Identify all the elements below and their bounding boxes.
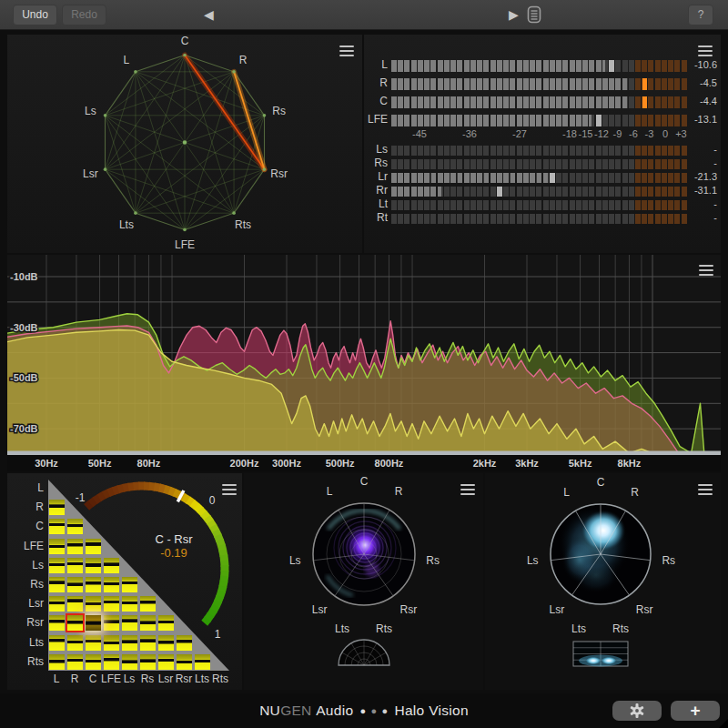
matrix-cell[interactable] bbox=[104, 615, 119, 631]
meter-scale-label: -27 bbox=[507, 128, 532, 139]
correlation-matrix: LLRRCCLFELFELsLsRsRsLsrLsrRsrRsrLtsLtsRt… bbox=[7, 473, 242, 690]
matrix-cell[interactable] bbox=[67, 558, 83, 573]
freq-tick-label: 30Hz bbox=[35, 458, 58, 469]
spectrum-scrollbar[interactable] bbox=[7, 451, 721, 456]
menu-icon[interactable] bbox=[698, 484, 713, 496]
matrix-cell-flagged[interactable] bbox=[67, 615, 83, 631]
matrix-cell[interactable] bbox=[122, 577, 137, 592]
freq-tick-label: 500Hz bbox=[326, 458, 355, 469]
help-button[interactable]: ? bbox=[688, 5, 713, 25]
matrix-cell[interactable] bbox=[49, 654, 65, 670]
matrix-cell[interactable] bbox=[49, 500, 65, 515]
web-node bbox=[104, 167, 107, 171]
matrix-cell[interactable] bbox=[140, 596, 156, 612]
web-edge bbox=[106, 169, 185, 229]
matrix-cell[interactable] bbox=[158, 635, 174, 651]
menu-icon[interactable] bbox=[698, 46, 713, 57]
matrix-cell[interactable] bbox=[49, 558, 65, 573]
web-node-label: Ls bbox=[85, 105, 96, 117]
scope-channel-label: Ls bbox=[527, 554, 539, 567]
matrix-cell[interactable] bbox=[140, 615, 156, 631]
brand-dot: ● bbox=[370, 705, 377, 716]
matrix-cell[interactable] bbox=[177, 654, 192, 670]
matrix-row-label: LFE bbox=[9, 540, 44, 552]
matrix-cell[interactable] bbox=[195, 654, 210, 670]
scope-height-label: Lts bbox=[335, 622, 349, 635]
scope-channel-label: Rs bbox=[662, 554, 675, 567]
matrix-cell[interactable] bbox=[49, 539, 65, 554]
matrix-cell[interactable] bbox=[158, 615, 174, 631]
matrix-cell[interactable] bbox=[86, 635, 101, 651]
matrix-cell[interactable] bbox=[122, 596, 137, 612]
resize-grip[interactable] bbox=[719, 719, 728, 728]
matrix-cell[interactable] bbox=[49, 635, 65, 651]
matrix-cell[interactable] bbox=[177, 635, 192, 651]
matrix-cell[interactable] bbox=[86, 577, 101, 592]
meter-peak bbox=[609, 60, 614, 72]
meter-value: -21.3 bbox=[688, 172, 717, 182]
matrix-cell-selected[interactable] bbox=[86, 615, 101, 631]
meter-bar bbox=[391, 78, 689, 90]
matrix-cell[interactable] bbox=[67, 596, 83, 612]
matrix-row-label: Ls bbox=[9, 559, 44, 571]
matrix-cell[interactable] bbox=[49, 596, 65, 612]
freq-tick-label: 8kHz bbox=[618, 458, 642, 469]
meter-label: Lr bbox=[364, 172, 388, 182]
matrix-cell[interactable] bbox=[122, 654, 137, 670]
meter-value: - bbox=[688, 213, 717, 223]
play-icon[interactable]: ▶ bbox=[509, 6, 519, 23]
undo-button[interactable]: Undo bbox=[13, 5, 57, 25]
matrix-cell[interactable] bbox=[67, 654, 83, 670]
matrix-cell[interactable] bbox=[104, 577, 119, 592]
menu-icon[interactable] bbox=[699, 265, 713, 277]
web-node bbox=[183, 228, 187, 232]
matrix-cell[interactable] bbox=[104, 654, 119, 670]
freq-tick-label: 80Hz bbox=[137, 458, 161, 469]
matrix-cell[interactable] bbox=[67, 539, 83, 554]
matrix-cell[interactable] bbox=[67, 577, 83, 592]
preset-list-icon[interactable] bbox=[527, 5, 542, 24]
matrix-cell[interactable] bbox=[86, 596, 101, 612]
web-edge bbox=[185, 213, 234, 229]
matrix-cell[interactable] bbox=[104, 596, 119, 612]
matrix-row-label: Rts bbox=[9, 655, 44, 668]
matrix-cell[interactable] bbox=[140, 635, 156, 651]
db-tick-label: -70dB bbox=[10, 423, 38, 434]
matrix-cell[interactable] bbox=[122, 635, 137, 651]
level-meters-panel: L-10.6R-4.5C-4.4LFE-13.1-45-36-27-18-15-… bbox=[364, 35, 721, 253]
matrix-cell[interactable] bbox=[86, 558, 101, 573]
matrix-cell[interactable] bbox=[122, 615, 137, 631]
menu-icon[interactable] bbox=[339, 46, 354, 57]
matrix-cell[interactable] bbox=[86, 539, 101, 554]
scope-channel-label: R bbox=[395, 485, 403, 498]
matrix-cell[interactable] bbox=[49, 519, 65, 534]
redo-button[interactable]: Redo bbox=[62, 5, 106, 25]
matrix-cell[interactable] bbox=[158, 654, 174, 670]
matrix-cell[interactable] bbox=[49, 577, 65, 592]
menu-icon[interactable] bbox=[222, 484, 237, 496]
matrix-cell[interactable] bbox=[104, 558, 119, 573]
matrix-row-label: R bbox=[9, 500, 44, 513]
meter-level bbox=[391, 115, 592, 126]
matrix-cell[interactable] bbox=[49, 615, 65, 631]
menu-icon[interactable] bbox=[460, 484, 475, 496]
back-icon[interactable]: ◀ bbox=[204, 6, 214, 23]
matrix-cell[interactable] bbox=[67, 519, 83, 534]
matrix-row-label: C bbox=[9, 520, 44, 532]
matrix-cell[interactable] bbox=[140, 654, 156, 670]
matrix-row-label: Rs bbox=[9, 578, 44, 591]
density-scope-panel: CLRLsRsLsrRsrLtsRts bbox=[485, 473, 721, 690]
footer-bar: NUGEN Audio ●●● Halo Vision + bbox=[0, 693, 728, 728]
web-edge bbox=[106, 116, 136, 213]
matrix-cell[interactable] bbox=[104, 635, 119, 651]
settings-button[interactable] bbox=[612, 701, 662, 721]
freq-tick-label: 5kHz bbox=[569, 458, 592, 469]
add-button[interactable]: + bbox=[671, 701, 720, 721]
web-edge bbox=[106, 56, 185, 170]
matrix-cell[interactable] bbox=[67, 635, 83, 651]
correlation-matrix-panel: LLRRCCLFELFELsLsRsRsLsrLsrRsrRsrLtsLtsRt… bbox=[7, 473, 242, 690]
web-node bbox=[232, 211, 236, 215]
matrix-cell[interactable] bbox=[86, 654, 101, 670]
meter-peak bbox=[550, 173, 555, 183]
meter-value: -4.4 bbox=[688, 96, 717, 107]
